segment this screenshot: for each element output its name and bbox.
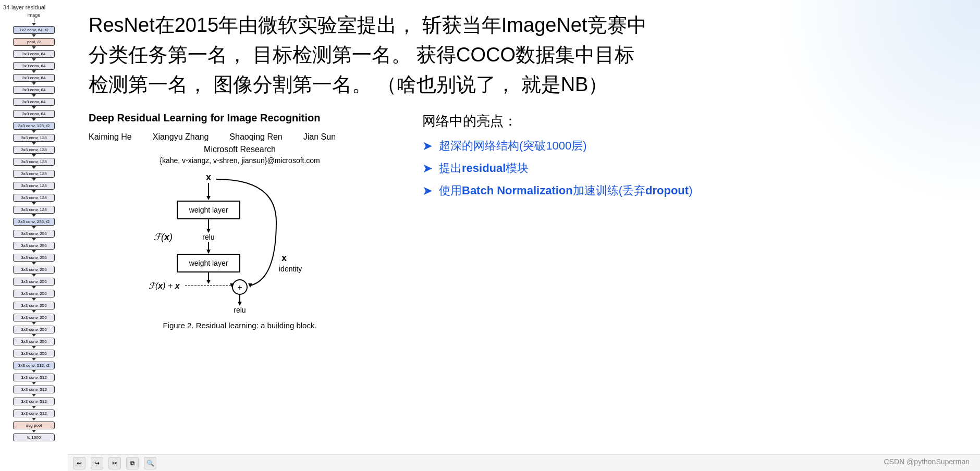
toolbar-btn-cut[interactable]: ✂ (108, 457, 121, 469)
layer-arrow-16 (32, 226, 36, 229)
svg-text:weight layer: weight layer (189, 259, 228, 267)
paper-info: Deep Residual Learning for Image Recogni… (89, 112, 391, 330)
layer-box-8: 3x3 conv, 128, /2 (13, 122, 55, 130)
layer-arrow-26 (32, 346, 36, 349)
toolbar-btn-copy[interactable]: ⧉ (126, 457, 139, 469)
layer-box-33: avg pool (13, 422, 55, 429)
highlight-text-3: 使用Batch Normalization加速训练(丢弃dropout) (439, 183, 692, 199)
author-2: Xiangyu Zhang (153, 132, 209, 142)
layer-box-32: 3x3 conv, 512 (13, 410, 55, 417)
layer-arrow-5 (32, 94, 36, 97)
svg-text:ℱ(x): ℱ(x) (154, 232, 173, 242)
layer-block-17: 3x3 conv, 256 (2, 230, 66, 241)
layer-box-31: 3x3 conv, 512 (13, 398, 55, 405)
layer-block-9: 3x3 conv, 128 (2, 134, 66, 145)
layer-box-17: 3x3 conv, 256 (13, 230, 55, 238)
layer-box-15: 3x3 conv, 128 (13, 206, 55, 214)
layer-box-22: 3x3 conv, 256 (13, 290, 55, 298)
layer-block-33: avg pool (2, 422, 66, 433)
layer-box-0: 7x7 conv, 64, /2 (13, 26, 55, 34)
layer-arrow-0 (32, 34, 36, 37)
layer-box-23: 3x3 conv, 256 (13, 302, 55, 309)
layer-box-14: 3x3 conv, 128 (13, 194, 55, 202)
svg-text:relu: relu (234, 306, 246, 314)
residual-diagram: x weight layer relu (104, 170, 375, 316)
layer-arrow-21 (32, 286, 36, 289)
layer-block-8: 3x3 conv, 128, /2 (2, 122, 66, 133)
highlight-arrow-icon-1: ➤ (422, 139, 433, 154)
arrow-down-icon (32, 23, 36, 26)
layer-block-23: 3x3 conv, 256 (2, 302, 66, 313)
layer-box-9: 3x3 conv, 128 (13, 134, 55, 142)
main-content: ResNet在2015年由微软实验室提出， 斩获当年ImageNet竞赛中 分类… (68, 0, 980, 471)
layer-box-30: 3x3 conv, 512 (13, 386, 55, 393)
highlights-section: 网络中的亮点： ➤ 超深的网络结构(突破1000层) ➤ 提出residual模… (422, 112, 959, 330)
layer-block-5: 3x3 conv, 64 (2, 86, 66, 97)
layer-box-11: 3x3 conv, 128 (13, 158, 55, 166)
svg-text:x: x (206, 172, 211, 182)
layer-box-20: 3x3 conv, 256 (13, 266, 55, 274)
layer-arrow-23 (32, 310, 36, 313)
svg-marker-6 (206, 229, 211, 233)
highlight-item-3: ➤ 使用Batch Normalization加速训练(丢弃dropout) (422, 183, 959, 199)
layer-block-26: 3x3 conv, 256 (2, 338, 66, 349)
layer-arrow-7 (32, 118, 36, 121)
layer-block-22: 3x3 conv, 256 (2, 290, 66, 301)
layer-arrow-6 (32, 106, 36, 109)
toolbar-btn-zoom[interactable]: 🔍 (144, 457, 156, 469)
layer-box-12: 3x3 conv, 128 (13, 170, 55, 178)
layer-arrow-28 (32, 370, 36, 373)
author-1: Kaiming He (89, 132, 132, 142)
layer-block-11: 3x3 conv, 128 (2, 158, 66, 169)
vert-connector (34, 18, 34, 22)
layer-block-21: 3x3 conv, 256 (2, 278, 66, 289)
layer-block-25: 3x3 conv, 256 (2, 326, 66, 337)
layer-block-7: 3x3 conv, 64 (2, 110, 66, 121)
layer-block-31: 3x3 conv, 512 (2, 398, 66, 409)
layer-arrow-30 (32, 394, 36, 396)
layer-box-34: fc 1000 (13, 433, 55, 441)
layer-box-27: 3x3 conv, 256 (13, 350, 55, 357)
layer-block-6: 3x3 conv, 64 (2, 98, 66, 109)
svg-text:ℱ(x) + x: ℱ(x) + x (149, 281, 180, 290)
layer-block-16: 3x3 conv, 256, /2 (2, 218, 66, 229)
highlight-arrow-icon-3: ➤ (422, 183, 433, 199)
layer-block-3: 3x3 conv, 64 (2, 62, 66, 73)
svg-marker-24 (238, 302, 242, 306)
layer-arrow-27 (32, 358, 36, 361)
svg-text:relu: relu (202, 233, 214, 241)
svg-marker-17 (206, 280, 211, 284)
layer-block-28: 3x3 conv, 512, /2 (2, 362, 66, 373)
layer-box-2: 3x3 conv, 64 (13, 50, 55, 58)
layer-box-10: 3x3 conv, 128 (13, 146, 55, 154)
layer-box-1: pool, /2 (13, 38, 55, 46)
paper-section: Deep Residual Learning for Image Recogni… (89, 112, 959, 330)
layer-arrow-33 (32, 430, 36, 432)
layer-arrow-24 (32, 322, 36, 325)
layer-block-24: 3x3 conv, 256 (2, 314, 66, 325)
layer-arrow-13 (32, 190, 36, 193)
layer-arrow-20 (32, 274, 36, 277)
layer-block-32: 3x3 conv, 512 (2, 410, 66, 421)
paper-institution: Microsoft Research (89, 145, 391, 154)
layer-arrow-14 (32, 202, 36, 205)
layer-arrow-15 (32, 214, 36, 217)
input-label: image (2, 13, 66, 18)
layer-box-7: 3x3 conv, 64 (13, 110, 55, 118)
toolbar-btn-redo[interactable]: ↪ (91, 457, 103, 469)
layer-block-4: 3x3 conv, 64 (2, 74, 66, 85)
layer-box-18: 3x3 conv, 256 (13, 242, 55, 250)
layer-block-27: 3x3 conv, 256 (2, 350, 66, 361)
toolbar-btn-undo[interactable]: ↩ (73, 457, 85, 469)
heading-line2: 分类任务第一名， 目标检测第一名。 获得COCO数据集中目标 (89, 44, 634, 66)
svg-text:weight layer: weight layer (189, 206, 228, 214)
svg-text:+: + (237, 283, 242, 292)
layer-box-13: 3x3 conv, 128 (13, 182, 55, 190)
layer-arrow-9 (32, 142, 36, 145)
layer-list: 7x7 conv, 64, /2pool, /23x3 conv, 643x3 … (2, 26, 66, 441)
layer-box-4: 3x3 conv, 64 (13, 74, 55, 82)
layer-arrow-2 (32, 58, 36, 61)
layer-arrow-1 (32, 46, 36, 49)
layer-box-6: 3x3 conv, 64 (13, 98, 55, 106)
layer-block-19: 3x3 conv, 256 (2, 254, 66, 265)
